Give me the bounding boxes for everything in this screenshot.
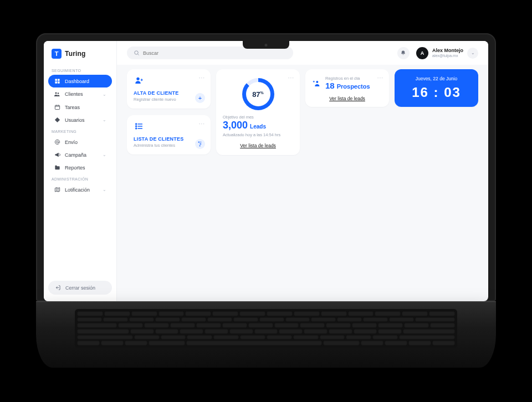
logout-label: Cerrar sesión bbox=[65, 285, 95, 291]
sidebar-item-label: Dashboard bbox=[65, 79, 89, 84]
filter-button[interactable] bbox=[195, 139, 205, 149]
chevron-down-icon: ⌄ bbox=[103, 187, 106, 192]
svg-point-8 bbox=[135, 51, 138, 54]
list-icon bbox=[134, 122, 204, 131]
chevron-down-icon: ⌄ bbox=[103, 92, 106, 97]
folder-icon bbox=[54, 164, 60, 171]
sidebar-item-clientes[interactable]: Clientes ⌄ bbox=[48, 87, 112, 101]
section-label-marketing: MARKETING bbox=[48, 126, 112, 136]
logout-icon bbox=[55, 285, 61, 291]
svg-point-12 bbox=[136, 126, 137, 127]
card-subtitle: Registrar cliente nuevo bbox=[134, 97, 204, 102]
chevron-down-icon: ⌄ bbox=[103, 117, 106, 122]
svg-rect-6 bbox=[55, 105, 59, 109]
sidebar-item-usuarios[interactable]: Usuarios ⌄ bbox=[48, 114, 112, 126]
svg-rect-3 bbox=[57, 81, 59, 84]
svg-point-14 bbox=[198, 142, 199, 142]
card-alta-cliente[interactable]: ··· ALTA DE CLIENTE Registrar cliente nu… bbox=[127, 69, 211, 109]
svg-point-13 bbox=[136, 128, 137, 129]
at-icon bbox=[54, 139, 60, 145]
clock-time: 16 : 03 bbox=[412, 85, 461, 100]
avatar: A bbox=[416, 47, 428, 59]
card-title: LISTA DE CLIENTES bbox=[134, 136, 204, 142]
card-subtitle: Administra tus clientes bbox=[134, 143, 204, 148]
section-label-admin: ADMINISTRACIÓN bbox=[48, 174, 112, 183]
sidebar-item-lotificacion[interactable]: Lotificación ⌄ bbox=[48, 183, 112, 196]
svg-point-5 bbox=[58, 92, 59, 94]
laptop-notch bbox=[243, 41, 289, 49]
card-prospects: ··· Registros en el día 18Prospectos bbox=[305, 69, 389, 107]
bell-icon bbox=[400, 50, 406, 56]
user-name: Alex Montejo bbox=[432, 48, 463, 54]
user-email: alex@tulpa.mx bbox=[432, 54, 463, 58]
sidebar-item-envio[interactable]: Envío bbox=[48, 136, 112, 148]
sidebar-item-label: Campaña bbox=[65, 152, 86, 158]
card-menu-button[interactable]: ··· bbox=[199, 75, 205, 81]
sidebar-item-reportes[interactable]: Reportes bbox=[48, 161, 112, 174]
svg-point-10 bbox=[316, 81, 318, 83]
progress-value: 87% bbox=[252, 90, 264, 99]
chevron-down-icon: ⌄ bbox=[467, 48, 478, 59]
brand-name: Turing bbox=[65, 50, 86, 58]
laptop-keyboard bbox=[75, 309, 457, 348]
card-title: ALTA DE CLIENTE bbox=[134, 90, 204, 96]
sidebar-item-campana[interactable]: Campaña ⌄ bbox=[48, 148, 112, 161]
topbar: A Alex Montejo alex@tulpa.mx ⌄ bbox=[117, 41, 488, 65]
svg-rect-2 bbox=[55, 81, 57, 84]
svg-point-4 bbox=[55, 92, 57, 94]
svg-point-7 bbox=[56, 141, 58, 143]
svg-point-9 bbox=[136, 78, 139, 80]
goal-value: 3,000Leads bbox=[223, 120, 293, 131]
card-menu-button[interactable]: ··· bbox=[377, 75, 383, 81]
user-menu[interactable]: A Alex Montejo alex@tulpa.mx ⌄ bbox=[416, 47, 478, 59]
plus-icon: + bbox=[198, 95, 202, 101]
svg-point-16 bbox=[200, 145, 200, 146]
prospects-count: 18Prospectos bbox=[325, 81, 370, 90]
sidebar-item-label: Reportes bbox=[65, 165, 85, 171]
megaphone-icon bbox=[54, 152, 60, 158]
goal-label: Objetivo del mes bbox=[223, 115, 293, 120]
user-info: Alex Montejo alex@tulpa.mx bbox=[432, 48, 463, 58]
sidebar-item-label: Tareas bbox=[65, 105, 80, 110]
clock-date: Jueves, 22 de Junio bbox=[416, 76, 458, 81]
svg-rect-1 bbox=[57, 79, 59, 81]
card-lista-clientes[interactable]: ··· LISTA DE CLIENTES Administra tus cli… bbox=[127, 115, 211, 154]
logout-button[interactable]: Cerrar sesión bbox=[48, 281, 112, 295]
sidebar-item-label: Lotificación bbox=[65, 187, 90, 193]
sidebar-item-label: Usuarios bbox=[65, 117, 85, 123]
brand-mark-icon: T bbox=[52, 49, 62, 59]
sidebar-item-dashboard[interactable]: Dashboard bbox=[48, 75, 112, 87]
card-menu-button[interactable]: ··· bbox=[199, 121, 205, 127]
map-icon bbox=[54, 187, 60, 193]
goal-updated: Actualizado hoy a las 14:54 hrs bbox=[223, 132, 293, 137]
svg-rect-0 bbox=[55, 79, 57, 81]
calendar-icon bbox=[54, 104, 60, 110]
prospects-leads-link[interactable]: Ver lista de leads bbox=[312, 96, 382, 101]
chevron-down-icon: ⌄ bbox=[103, 152, 106, 157]
grid-icon bbox=[54, 78, 60, 84]
filter-icon bbox=[197, 141, 203, 147]
card-clock: Jueves, 22 de Junio 16 : 03 bbox=[395, 69, 478, 107]
notifications-button[interactable] bbox=[397, 47, 410, 59]
card-menu-button[interactable]: ··· bbox=[288, 75, 294, 81]
sidebar-item-label: Envío bbox=[65, 140, 78, 145]
search-icon bbox=[134, 50, 140, 56]
person-add-icon bbox=[134, 76, 204, 85]
card-goal: ··· 87% Objetivo del mes 3,000Leads Actu… bbox=[216, 69, 300, 155]
sidebar: T Turing SEGUIMIENTO Dashboard Clientes … bbox=[44, 41, 117, 301]
people-icon bbox=[54, 91, 60, 97]
add-client-button[interactable]: + bbox=[195, 93, 205, 103]
progress-donut: 87% bbox=[242, 78, 274, 110]
sidebar-item-label: Clientes bbox=[65, 91, 83, 97]
svg-point-15 bbox=[201, 143, 201, 144]
sidebar-item-tareas[interactable]: Tareas bbox=[48, 101, 112, 114]
sparkle-person-icon bbox=[312, 79, 321, 87]
section-label-seguimiento: SEGUIMIENTO bbox=[48, 65, 112, 75]
search-field[interactable] bbox=[143, 50, 287, 56]
brand: T Turing bbox=[48, 48, 112, 65]
prospects-meta: Registros en el día bbox=[325, 76, 370, 81]
svg-point-11 bbox=[136, 123, 137, 125]
goal-leads-link[interactable]: Ver lista de leads bbox=[223, 143, 293, 148]
diamond-icon bbox=[54, 117, 60, 123]
